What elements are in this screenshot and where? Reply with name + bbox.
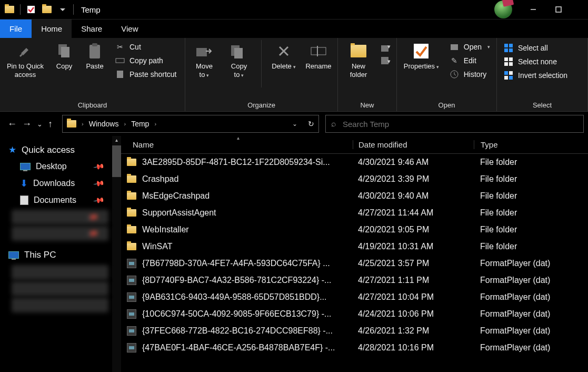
- select-none-button[interactable]: Select none: [501, 55, 570, 68]
- scroll-up-icon[interactable]: ▴: [114, 137, 119, 143]
- address-dropdown-button[interactable]: ⌄: [292, 120, 297, 128]
- sidebar-item-desktop[interactable]: Desktop📌: [2, 159, 119, 174]
- breadcrumb-sep-icon[interactable]: ›: [122, 121, 128, 127]
- new-folder-qat-button[interactable]: [39, 2, 54, 17]
- breadcrumb-sep-icon[interactable]: ›: [79, 121, 86, 127]
- file-date: 4/26/2021 1:32 PM: [353, 326, 474, 336]
- tab-file[interactable]: File: [0, 19, 32, 38]
- sidebar-item-quick-access[interactable]: ★Quick access: [2, 139, 119, 159]
- nav-recent-button[interactable]: ⌄: [37, 120, 43, 128]
- sidebar-item-documents[interactable]: Documents📌: [2, 192, 119, 208]
- file-name: {8D7740F9-BAC7-4A32-B586-781C2CF93224} -…: [142, 276, 353, 285]
- file-icon: [121, 292, 142, 302]
- move-to-button[interactable]: Move to▾: [190, 40, 219, 79]
- properties-button[interactable]: Properties▾: [401, 40, 442, 71]
- file-type: FormatPlayer (dat): [474, 276, 588, 285]
- maximize-button[interactable]: [548, 2, 569, 17]
- file-date: 4/30/2021 9:40 AM: [353, 191, 474, 201]
- properties-qat-button[interactable]: [24, 2, 38, 17]
- group-label-open: Open: [401, 99, 492, 110]
- edit-icon: ✎: [449, 55, 460, 66]
- scrollbar-thumb[interactable]: [112, 145, 121, 177]
- invert-selection-button[interactable]: Invert selection: [501, 68, 570, 82]
- new-item-button[interactable]: ▾: [380, 43, 392, 53]
- breadcrumb-sep-icon[interactable]: ›: [152, 121, 158, 127]
- chevron-down-icon: ▾: [487, 44, 490, 50]
- nav-up-button[interactable]: ↑: [48, 119, 53, 130]
- address-bar[interactable]: › Windows › Temp › ⌄ ↻: [62, 115, 319, 133]
- invert-selection-icon: [503, 70, 514, 81]
- group-label-new: New: [342, 99, 392, 110]
- chevron-down-icon: ▾: [293, 64, 296, 70]
- table-row[interactable]: {10C6C974-50CA-4092-9085-9F66ECB13C79} -…: [121, 306, 588, 322]
- separator: [261, 40, 262, 87]
- search-input[interactable]: [342, 119, 578, 129]
- tab-home[interactable]: Home: [32, 19, 72, 38]
- paste-shortcut-button[interactable]: Paste shortcut: [113, 67, 179, 81]
- table-row[interactable]: {37FEC668-772B-4822-BC16-274DCC98EF88} -…: [121, 322, 588, 339]
- sidebar-item-redacted[interactable]: 📌: [12, 226, 108, 241]
- file-type: FormatPlayer (dat): [474, 292, 588, 302]
- file-icon: [121, 309, 142, 319]
- paste-shortcut-label: Paste shortcut: [129, 70, 177, 79]
- edit-button[interactable]: ✎Edit: [447, 54, 492, 67]
- tab-share[interactable]: Share: [72, 19, 112, 38]
- chevron-down-icon: ▾: [241, 73, 244, 78]
- history-button[interactable]: History: [447, 67, 492, 81]
- copy-to-button[interactable]: Copy to▾: [224, 40, 254, 79]
- minimize-button[interactable]: [523, 2, 544, 17]
- sidebar-item-redacted[interactable]: [12, 298, 108, 312]
- table-row[interactable]: {47BAE0F1-4BAF-46CE-A256-B4878BAB7E4F} -…: [121, 339, 588, 356]
- sidebar-item-redacted[interactable]: [12, 265, 108, 280]
- close-button[interactable]: [573, 2, 586, 17]
- open-button[interactable]: Open▾: [447, 40, 492, 54]
- new-folder-label: New folder: [350, 62, 367, 79]
- group-open: Properties▾ Open▾ ✎Edit History Open: [397, 38, 497, 111]
- group-label-organize: Organize: [190, 99, 333, 110]
- tab-view[interactable]: View: [112, 19, 147, 38]
- sidebar-item-downloads[interactable]: ⬇Downloads📌: [2, 174, 119, 192]
- group-clipboard: Pin to Quick access Copy Paste ✂Cut Copy…: [0, 38, 185, 111]
- table-row[interactable]: {9AB631C6-9403-449A-9588-65D57D851BDD}..…: [121, 289, 588, 306]
- file-type: File folder: [474, 174, 588, 184]
- breadcrumb-item[interactable]: Windows: [89, 120, 119, 128]
- sidebar-item-redacted[interactable]: 📌: [12, 210, 108, 224]
- desktop-icon: [20, 163, 31, 170]
- paste-button[interactable]: Paste: [82, 40, 107, 71]
- nav-back-button[interactable]: ←: [7, 119, 17, 130]
- copy-path-button[interactable]: Copy path: [113, 54, 179, 67]
- column-header-name[interactable]: Name: [121, 140, 353, 149]
- table-row[interactable]: SupportAssistAgent4/27/2021 11:44 AMFile…: [121, 204, 588, 221]
- table-row[interactable]: {8D7740F9-BAC7-4A32-B586-781C2CF93224} -…: [121, 272, 588, 289]
- sidebar-item-redacted[interactable]: [12, 281, 108, 296]
- refresh-button[interactable]: ↻: [308, 120, 314, 128]
- sidebar-item-this-pc[interactable]: This PC: [2, 242, 119, 263]
- table-row[interactable]: 3AE2895D-85DF-4871-BC12-1F22D8059234-Si.…: [121, 154, 588, 171]
- table-row[interactable]: MsEdgeCrashpad4/30/2021 9:40 AMFile fold…: [121, 188, 588, 204]
- column-header-date[interactable]: Date modified: [353, 140, 474, 149]
- separator: [73, 4, 74, 15]
- new-folder-button[interactable]: New folder: [342, 40, 375, 79]
- easy-access-button[interactable]: ▾: [380, 56, 392, 65]
- pin-to-quick-access-button[interactable]: Pin to Quick access: [4, 40, 46, 79]
- select-all-button[interactable]: Select all: [501, 41, 570, 55]
- group-label-select: Select: [501, 99, 583, 110]
- table-row[interactable]: {7B67798D-370A-4FE7-A4FA-593DC64C75FA} .…: [121, 255, 588, 272]
- cut-button[interactable]: ✂Cut: [113, 40, 179, 54]
- table-row[interactable]: WebInstaller4/20/2021 9:05 PMFile folder: [121, 221, 588, 238]
- file-icon: [121, 326, 142, 336]
- file-date: 4/30/2021 9:46 AM: [353, 158, 474, 167]
- breadcrumb-item[interactable]: Temp: [131, 120, 149, 128]
- copy-button[interactable]: Copy: [52, 40, 77, 71]
- table-row[interactable]: WinSAT4/19/2021 10:31 AMFile folder: [121, 238, 588, 255]
- rename-button[interactable]: Rename: [304, 40, 333, 71]
- nav-forward-button[interactable]: →: [22, 119, 32, 130]
- qat-customize-button[interactable]: [55, 2, 70, 17]
- file-type: File folder: [474, 191, 588, 201]
- column-header-type[interactable]: Type: [474, 140, 588, 149]
- user-avatar-icon[interactable]: [494, 1, 512, 18]
- search-box[interactable]: ⌕: [325, 115, 584, 133]
- folder-icon: [121, 243, 142, 250]
- table-row[interactable]: Crashpad4/29/2021 3:39 PMFile folder: [121, 171, 588, 188]
- delete-button[interactable]: Delete▾: [269, 40, 298, 71]
